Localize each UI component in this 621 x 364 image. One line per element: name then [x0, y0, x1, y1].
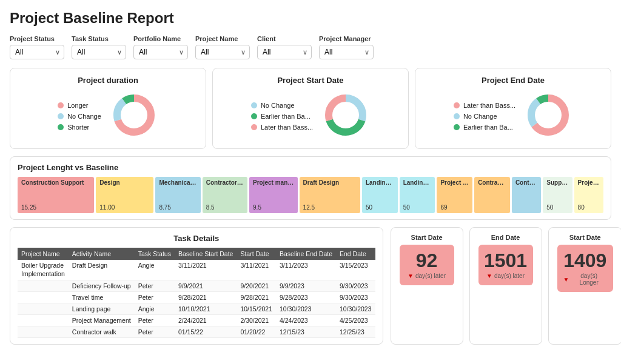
gantt-bar-value: 50: [366, 204, 394, 211]
gantt-card: Project Lenght vs Baseline Construction …: [10, 156, 611, 220]
table-row: Boiler Upgrade ImplementationDraft Desig…: [18, 260, 375, 280]
legend-label: Shorter: [67, 124, 89, 131]
legend-item: Earlier than Ba...: [251, 113, 313, 120]
gantt-bar-value: 50: [403, 204, 432, 211]
gantt-bar: Project Manage...69: [437, 177, 472, 213]
donut-charts-row: Project durationLongerNo ChangeShorterPr…: [10, 68, 611, 149]
table-cell: Draft Design: [69, 260, 135, 280]
gantt-bars: Construction Support15.25Design11.00Mech…: [18, 177, 603, 213]
stat-card: End Date1501▼day(s) later: [469, 227, 542, 345]
filter-group-project-status: Project StatusAll: [10, 35, 64, 59]
table-header: End Date: [336, 248, 375, 260]
table-cell: Contractor walk: [69, 326, 135, 338]
stat-card-title: Start Date: [400, 234, 454, 241]
gantt-bar-value: 9.5: [253, 204, 294, 211]
legend-dot: [454, 113, 460, 119]
gantt-bar: Project management9.5: [249, 177, 298, 213]
legend-label: No Change: [67, 113, 101, 120]
table-cell: Peter: [135, 280, 175, 292]
table-cell: 12/15/23: [276, 326, 336, 338]
table-header: Baseline Start Date: [175, 248, 237, 260]
page-title: Project Baseline Report: [10, 10, 611, 27]
gantt-bar-label: Project Manage...: [440, 179, 469, 186]
donut-svg-wrapper: [321, 91, 370, 141]
stat-value-box: 92▼day(s) later: [400, 245, 454, 285]
legend-item: No Change: [58, 113, 101, 120]
gantt-bar-label: Contractor support: [206, 179, 244, 186]
legend-item: Shorter: [58, 124, 101, 131]
filter-group-task-status: Task StatusAll: [72, 35, 126, 59]
legend-label: Later than Bass...: [463, 102, 515, 109]
table-cell: 10/30/2023: [276, 303, 336, 315]
table-cell: Peter: [135, 326, 175, 338]
legend-dot: [251, 124, 257, 130]
gantt-bar-value: 8.75: [159, 204, 196, 211]
filter-group-client: ClientAll: [257, 35, 312, 59]
filter-select[interactable]: All: [72, 45, 126, 59]
table-row: Deficiency Follow-upPeter9/9/20219/20/20…: [18, 280, 375, 292]
table-cell: 10/10/2021: [175, 303, 237, 315]
filter-label: Portfolio Name: [133, 35, 188, 42]
table-cell: 01/20/22: [237, 326, 276, 338]
stat-subtitle-text: day(s) later: [494, 273, 525, 279]
table-cell: 3/11/2023: [276, 260, 336, 280]
stat-subtitle: ▼day(s) later: [408, 273, 446, 279]
legend-dot: [251, 102, 257, 108]
legend-dot: [58, 124, 64, 130]
gantt-bar-value: 80: [578, 204, 600, 211]
filter-label: Client: [257, 35, 312, 42]
gantt-bar: Contractor walk...: [474, 177, 510, 213]
filter-select[interactable]: All: [257, 45, 312, 59]
legend-label: No Change: [463, 113, 497, 120]
donut-chart-card: Project Start DateNo ChangeEarlier than …: [212, 68, 409, 149]
gantt-bar-label: Project management: [253, 179, 294, 186]
table-cell: 9/9/2023: [276, 280, 336, 292]
legend-item: Later than Bass...: [454, 102, 515, 109]
gantt-bar: Contrac...: [512, 177, 541, 213]
legend-label: Longer: [67, 102, 88, 109]
task-details-title: Task Details: [18, 234, 375, 243]
gantt-bar-label: Construction Support: [21, 179, 90, 186]
filters-row: Project StatusAllTask StatusAllPortfolio…: [10, 35, 611, 59]
gantt-bar: Design11.00: [96, 177, 153, 213]
gantt-bar-label: Support...: [546, 179, 568, 186]
filter-label: Project Name: [195, 35, 250, 42]
table-cell: [18, 303, 69, 315]
stat-subtitle-text: day(s) later: [415, 273, 446, 279]
legend-item: Earlier than Ba...: [454, 124, 515, 131]
legend-dot: [58, 102, 64, 108]
filter-label: Project Manager: [319, 35, 374, 42]
filter-select[interactable]: All: [319, 45, 374, 59]
filter-group-project-name: Project NameAll: [195, 35, 250, 59]
filter-label: Project Status: [10, 35, 64, 42]
stat-subtitle-text: day(s) Longer: [571, 273, 606, 286]
chart-title: Project duration: [78, 76, 138, 85]
stat-cards-row: Start Date92▼day(s) laterEnd Date1501▼da…: [391, 227, 621, 345]
stat-arrow-icon: ▼: [563, 276, 569, 283]
stat-subtitle: ▼day(s) Longer: [563, 273, 607, 286]
filter-select[interactable]: All: [195, 45, 250, 59]
table-cell: [18, 326, 69, 338]
gantt-bar-value: 50: [546, 204, 568, 211]
table-cell: 10/30/2023: [336, 303, 375, 315]
table-row: Travel timePeter9/28/20219/28/20219/28/2…: [18, 292, 375, 303]
gantt-bar-value: 8.5: [206, 204, 244, 211]
legend-dot: [58, 113, 64, 119]
gantt-bar: Draft Design12.5: [300, 177, 360, 213]
stat-card-title: Start Date: [557, 234, 613, 241]
table-cell: Angie: [135, 303, 175, 315]
legend-label: Earlier than Ba...: [261, 113, 310, 120]
stat-arrow-icon: ▼: [408, 273, 414, 279]
gantt-bar-value: 11.00: [99, 204, 150, 211]
stat-value: 1409: [563, 251, 606, 270]
table-header: Baseline End Date: [276, 248, 336, 260]
filter-select[interactable]: All: [10, 45, 64, 59]
table-cell: 10/15/2021: [237, 303, 276, 315]
gantt-bar-label: Draft Design: [303, 179, 357, 186]
legend-label: No Change: [261, 102, 295, 109]
table-cell: 4/25/2023: [336, 315, 375, 326]
table-cell: 12/25/23: [336, 326, 375, 338]
gantt-bar: Project ...80: [574, 177, 603, 213]
table-cell: 2/30/2021: [237, 315, 276, 326]
filter-select[interactable]: All: [133, 45, 188, 59]
